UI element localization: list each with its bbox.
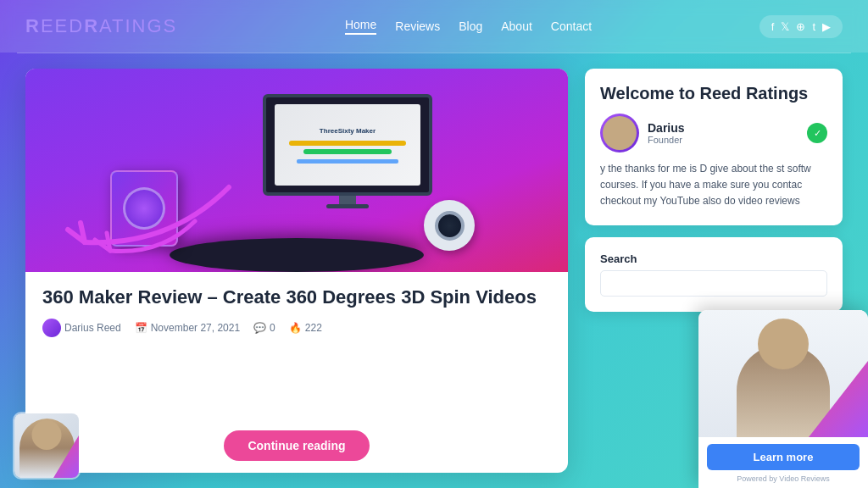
article-footer: Continue reading <box>25 430 568 473</box>
powered-by-text: Powered by Video Reviews <box>707 474 860 483</box>
video-preview <box>698 310 868 437</box>
nav-blog[interactable]: Blog <box>459 19 482 33</box>
main-nav: Home Reviews Blog About Contact <box>345 18 592 35</box>
author-row: Darius Founder ✓ <box>600 114 827 152</box>
facebook-icon[interactable]: f <box>771 20 775 33</box>
twitter-icon[interactable]: 𝕏 <box>781 20 789 33</box>
tumblr-icon[interactable]: t <box>812 20 815 33</box>
article-image: ThreeSixty Maker <box>25 69 568 272</box>
search-input[interactable] <box>600 270 827 297</box>
continue-reading-button[interactable]: Continue reading <box>224 430 369 461</box>
social-icons-bar: f 𝕏 ⊕ t ▶ <box>760 15 843 38</box>
nav-reviews[interactable]: Reviews <box>395 19 440 33</box>
article-meta: Darius Reed 📅 November 27, 2021 💬 0 🔥 22… <box>42 319 551 337</box>
author-avatar <box>600 114 639 152</box>
comment-count: 0 <box>270 322 275 334</box>
bottom-left-thumbnail <box>13 412 81 480</box>
nav-home[interactable]: Home <box>345 18 376 35</box>
comment-icon: 💬 <box>253 322 266 334</box>
monitor-display: ThreeSixty Maker <box>263 94 432 213</box>
article-card: ThreeSixty Maker <box>25 69 568 473</box>
logo: REEDRATINGS <box>25 15 177 37</box>
author-name: Darius Reed <box>64 322 121 334</box>
article-title: 360 Maker Review – Create 360 Degrees 3D… <box>42 286 551 310</box>
welcome-card: Welcome to Reed Ratings Darius Founder ✓… <box>585 69 843 225</box>
nav-contact[interactable]: Contact <box>551 19 592 33</box>
view-count: 222 <box>305 322 322 334</box>
pinterest-icon[interactable]: ⊕ <box>796 20 805 33</box>
meta-comments: 💬 0 <box>253 322 275 334</box>
search-card: Search <box>585 237 843 312</box>
logo-text: REEDRATINGS <box>25 15 177 36</box>
video-popup-footer: Learn more Powered by Video Reviews <box>698 437 868 488</box>
author-verified-badge: ✓ <box>807 123 827 143</box>
learn-more-button[interactable]: Learn more <box>707 444 860 470</box>
stage-platform <box>170 238 424 272</box>
sidebar-bio: y the thanks for me is D give about the … <box>600 161 827 210</box>
youtube-icon[interactable]: ▶ <box>822 20 831 33</box>
nav-about[interactable]: About <box>501 19 532 33</box>
meta-date: 📅 November 27, 2021 <box>135 322 240 334</box>
author-info: Darius Founder <box>648 121 798 145</box>
calendar-icon: 📅 <box>135 322 147 334</box>
search-label: Search <box>600 252 827 265</box>
product-box <box>110 170 186 255</box>
author-avatar-small <box>42 319 61 337</box>
video-person <box>698 310 868 437</box>
camera-product <box>424 200 483 259</box>
views-icon: 🔥 <box>289 322 302 334</box>
article-date: November 27, 2021 <box>151 322 240 334</box>
video-popup: Learn more Powered by Video Reviews <box>698 310 868 488</box>
article-body: 360 Maker Review – Create 360 Degrees 3D… <box>25 272 568 430</box>
meta-views: 🔥 222 <box>289 322 322 334</box>
welcome-title: Welcome to Reed Ratings <box>600 84 827 103</box>
sidebar-author-role: Founder <box>648 135 798 145</box>
sidebar-author-name: Darius <box>648 121 798 135</box>
meta-author: Darius Reed <box>42 319 121 337</box>
header: REEDRATINGS Home Reviews Blog About Cont… <box>0 0 868 53</box>
